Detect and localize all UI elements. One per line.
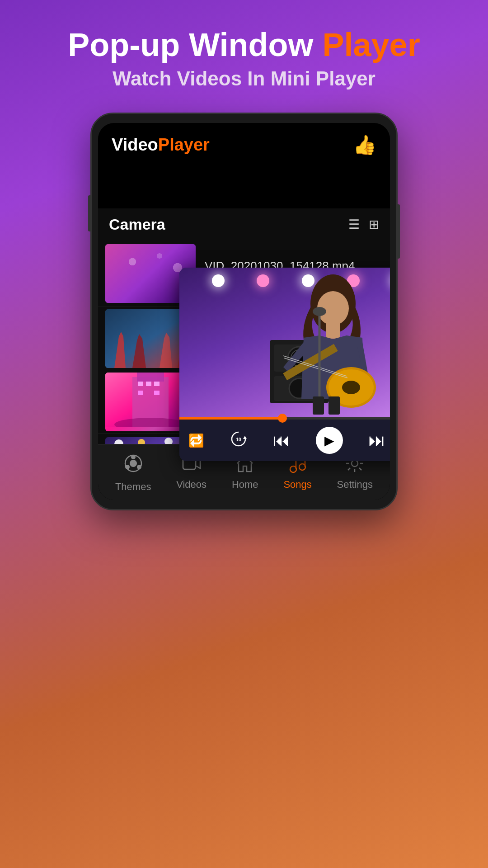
svg-rect-40 xyxy=(326,323,340,339)
nav-label-videos: Videos xyxy=(176,479,206,491)
replay-icon[interactable]: 🔁 xyxy=(188,433,204,448)
svg-rect-19 xyxy=(154,382,160,386)
svg-point-48 xyxy=(313,307,326,316)
header-title-orange: Player xyxy=(323,27,420,63)
svg-rect-18 xyxy=(146,382,151,386)
svg-point-7 xyxy=(142,267,159,298)
camera-section-header: Camera ☰ ⊞ xyxy=(98,208,390,241)
next-track-icon[interactable]: ⏭ xyxy=(368,431,385,450)
camera-label: Camera xyxy=(109,216,165,233)
logo-orange: Player xyxy=(158,135,210,154)
app-logo: VideoPlayer xyxy=(112,135,210,155)
svg-point-58 xyxy=(125,465,130,469)
svg-rect-50 xyxy=(328,396,340,415)
list-view-icon[interactable]: ☰ xyxy=(348,217,360,232)
svg-point-9 xyxy=(117,294,121,298)
nav-label-songs: Songs xyxy=(283,479,311,491)
nav-label-home: Home xyxy=(232,479,258,491)
nav-item-themes[interactable]: Themes xyxy=(115,453,151,493)
themes-icon xyxy=(123,453,143,477)
svg-point-3 xyxy=(155,250,164,259)
svg-text:10: 10 xyxy=(236,437,242,442)
app-black-area xyxy=(98,163,390,208)
svg-point-2 xyxy=(138,250,145,257)
svg-point-8 xyxy=(146,263,155,272)
svg-point-10 xyxy=(128,293,132,297)
view-icons: ☰ ⊞ xyxy=(348,217,379,232)
svg-line-6 xyxy=(150,259,160,303)
thumbs-up-icon[interactable]: 👍 xyxy=(353,134,376,156)
svg-marker-52 xyxy=(243,436,247,439)
nav-label-settings: Settings xyxy=(337,479,373,491)
phone-screen: VideoPlayer 👍 Camera ☰ ⊞ xyxy=(98,123,390,500)
progress-fill xyxy=(179,417,282,420)
svg-rect-20 xyxy=(138,391,143,395)
player-controls: 🔁 10 ⏮ ▶ ⏭ xyxy=(179,420,390,461)
svg-point-56 xyxy=(131,455,136,459)
svg-point-63 xyxy=(352,460,358,467)
phone-frame: VideoPlayer 👍 Camera ☰ ⊞ xyxy=(90,113,398,510)
header-section: Pop-up Window Player Watch Videos In Min… xyxy=(0,0,488,104)
grid-view-icon[interactable]: ⊞ xyxy=(369,217,379,232)
replay10-icon[interactable]: 10 xyxy=(230,430,248,451)
svg-rect-49 xyxy=(313,396,324,415)
mini-player-video xyxy=(179,268,390,417)
svg-point-55 xyxy=(130,460,137,467)
mini-player: 🔁 10 ⏮ ▶ ⏭ xyxy=(179,268,390,461)
svg-point-57 xyxy=(137,465,141,469)
logo-white: Video xyxy=(112,135,158,154)
app-header: VideoPlayer 👍 xyxy=(98,123,390,163)
svg-point-44 xyxy=(342,381,360,394)
header-title: Pop-up Window Player xyxy=(18,27,470,63)
svg-point-4 xyxy=(174,248,182,256)
svg-rect-21 xyxy=(154,391,160,395)
play-pause-button[interactable]: ▶ xyxy=(316,427,343,454)
svg-rect-17 xyxy=(138,382,143,386)
svg-rect-16 xyxy=(137,373,164,382)
nav-label-themes: Themes xyxy=(115,481,151,493)
player-progress[interactable] xyxy=(179,417,390,420)
header-title-white: Pop-up Window xyxy=(68,27,322,63)
svg-point-1 xyxy=(118,250,129,261)
prev-track-icon[interactable]: ⏮ xyxy=(273,431,290,450)
svg-line-5 xyxy=(114,261,123,303)
svg-point-11 xyxy=(169,295,173,300)
phone-mockup: VideoPlayer 👍 Camera ☰ ⊞ xyxy=(81,113,407,510)
header-subtitle: Watch Videos In Mini Player xyxy=(18,67,470,90)
